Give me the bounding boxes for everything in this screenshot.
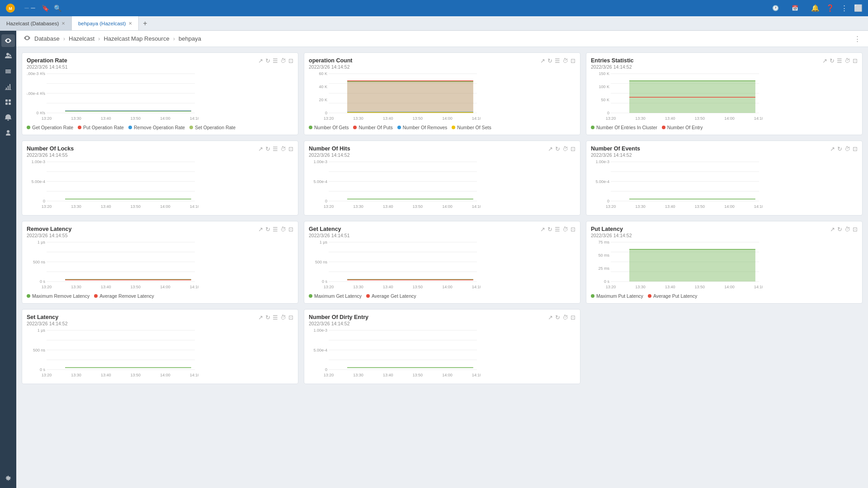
tab-behpaya[interactable]: behpaya (Hazelcast) × <box>72 16 139 30</box>
chart-area: 13:2013:3013:4013:5014:0014:101.00e-35.0… <box>591 160 858 211</box>
chart-action-list[interactable]: ☰ <box>555 57 560 64</box>
chart-action-more[interactable]: ⊡ <box>853 57 858 64</box>
chart-action-refresh[interactable]: ↻ <box>265 314 270 321</box>
chart-action-refresh[interactable]: ↻ <box>265 57 270 64</box>
svg-rect-3 <box>9 99 11 102</box>
svg-text:13:20: 13:20 <box>606 204 616 209</box>
tab-hazelcast-databases[interactable]: Hazelcast (Databases) × <box>0 16 72 30</box>
tab-label: behpaya (Hazelcast) <box>78 21 126 26</box>
window-expand-icon[interactable]: ⬜ <box>854 4 863 12</box>
chart-action-refresh[interactable]: ↻ <box>265 145 270 152</box>
chart-action-more[interactable]: ⊡ <box>853 226 858 233</box>
chart-action-refresh[interactable]: ↻ <box>555 145 560 152</box>
legend-dot <box>397 126 401 129</box>
legend-label: Maximum Get Latency <box>314 293 362 299</box>
chart-area: 13:2013:3013:4013:5014:0014:101.00e-3 #/… <box>27 71 293 122</box>
chart-action-history[interactable]: ⏱ <box>280 57 286 64</box>
chart-action-refresh[interactable]: ↻ <box>837 145 842 152</box>
chart-action-more[interactable]: ⊡ <box>288 57 293 64</box>
tab-close-active-icon[interactable]: × <box>128 20 132 27</box>
chart-action-list[interactable]: ☰ <box>273 226 278 233</box>
chart-legend: Maximum Put LatencyAverage Put Latency <box>591 293 858 299</box>
lang-fa[interactable] <box>24 8 29 9</box>
svg-text:1.00e-3: 1.00e-3 <box>595 160 609 164</box>
chart-action-list[interactable]: ☰ <box>273 57 278 64</box>
language-switcher[interactable] <box>24 8 35 9</box>
chart-action-history[interactable]: ⏱ <box>280 145 286 152</box>
chart-action-share[interactable]: ↗ <box>548 145 553 152</box>
chart-action-refresh[interactable]: ↻ <box>555 314 560 321</box>
chart-action-history[interactable]: ⏱ <box>844 226 850 233</box>
sidebar-icon-box[interactable] <box>1 96 15 108</box>
chart-action-list[interactable]: ☰ <box>273 314 278 321</box>
chart-action-share[interactable]: ↗ <box>258 226 263 233</box>
sidebar-icon-chart[interactable] <box>1 80 15 93</box>
sidebar-icon-eye[interactable] <box>1 34 15 47</box>
sidebar-icon-person[interactable] <box>1 127 15 139</box>
lang-en[interactable] <box>31 8 35 9</box>
chart-action-history[interactable]: ⏱ <box>844 145 850 152</box>
tab-close-icon[interactable]: × <box>61 20 65 27</box>
chart-action-more[interactable]: ⊡ <box>288 314 293 321</box>
svg-text:5.00e-4 #/s: 5.00e-4 #/s <box>27 91 45 96</box>
chart-action-share[interactable]: ↗ <box>258 314 263 321</box>
help-icon[interactable]: ❓ <box>826 4 835 12</box>
sidebar-icon-list[interactable] <box>1 65 15 78</box>
legend-label: Maximum Remove Latency <box>32 293 90 299</box>
tab-add-button[interactable]: + <box>139 19 151 28</box>
chart-action-more[interactable]: ⊡ <box>288 145 293 152</box>
chart-action-more[interactable]: ⊡ <box>853 145 858 152</box>
chart-action-refresh[interactable]: ↻ <box>837 226 842 233</box>
chart-action-share[interactable]: ↗ <box>258 57 263 64</box>
main-content: Database › Hazelcast › Hazelcast Map Res… <box>16 31 868 488</box>
user-menu-icon[interactable]: ⋮ <box>841 4 848 12</box>
svg-text:1 µs: 1 µs <box>320 240 328 244</box>
chart-action-share[interactable]: ↗ <box>830 226 835 233</box>
topbar-right: 🕐 📅 🔔 ❓ ⋮ ⬜ <box>772 4 863 12</box>
chart-action-history[interactable]: ⏱ <box>562 314 568 321</box>
chart-action-list[interactable]: ☰ <box>837 57 842 64</box>
bookmark-icon[interactable]: 🔖 <box>42 5 49 12</box>
chart-action-more[interactable]: ⊡ <box>571 145 576 152</box>
chart-area: 13:2013:3013:4013:5014:0014:101 µs500 ns… <box>309 240 576 291</box>
legend-label: Number Of Sets <box>457 125 491 130</box>
notifications-icon[interactable]: 🔔 <box>811 4 820 12</box>
svg-text:13:50: 13:50 <box>413 373 423 377</box>
chart-subtitle: 2022/3/26 14:14:52 <box>591 64 633 70</box>
svg-text:13:30: 13:30 <box>71 285 81 289</box>
sidebar-icon-bell[interactable] <box>1 111 15 124</box>
chart-action-more[interactable]: ⊡ <box>571 57 576 64</box>
sidebar-icon-users[interactable] <box>1 50 15 62</box>
svg-text:1.00e-3 #/s: 1.00e-3 #/s <box>27 71 45 76</box>
chart-action-history[interactable]: ⏱ <box>280 226 286 233</box>
chart-action-refresh[interactable]: ↻ <box>265 226 270 233</box>
chart-action-share[interactable]: ↗ <box>548 314 553 321</box>
chart-action-share[interactable]: ↗ <box>540 226 545 233</box>
chart-action-share[interactable]: ↗ <box>822 57 827 64</box>
chart-action-history[interactable]: ⏱ <box>844 57 850 64</box>
svg-text:13:30: 13:30 <box>71 116 81 121</box>
chart-action-refresh[interactable]: ↻ <box>830 57 835 64</box>
chart-action-history[interactable]: ⏱ <box>562 57 568 64</box>
chart-action-more[interactable]: ⊡ <box>288 226 293 233</box>
chart-action-refresh[interactable]: ↻ <box>547 226 552 233</box>
chart-action-share[interactable]: ↗ <box>830 145 835 152</box>
chart-action-refresh[interactable]: ↻ <box>547 57 552 64</box>
chart-action-more[interactable]: ⊡ <box>571 314 576 321</box>
svg-text:14:00: 14:00 <box>442 116 453 121</box>
breadcrumb-more-icon[interactable]: ⋮ <box>854 35 861 43</box>
chart-action-history[interactable]: ⏱ <box>280 314 286 321</box>
breadcrumb-part-4: behpaya <box>179 35 201 42</box>
chart-action-history[interactable]: ⏱ <box>562 226 568 233</box>
chart-action-share[interactable]: ↗ <box>258 145 263 152</box>
sidebar-icon-gear[interactable] <box>1 472 15 484</box>
chart-action-history[interactable]: ⏱ <box>562 145 568 152</box>
chart-action-list[interactable]: ☰ <box>555 226 560 233</box>
chart-action-more[interactable]: ⊡ <box>571 226 576 233</box>
search-icon[interactable]: 🔍 <box>54 5 61 12</box>
svg-text:13:20: 13:20 <box>42 373 52 377</box>
chart-action-share[interactable]: ↗ <box>540 57 545 64</box>
legend-label: Average Get Latency <box>372 293 416 299</box>
breadcrumb-sep-3: › <box>173 35 175 42</box>
chart-action-list[interactable]: ☰ <box>273 145 278 152</box>
